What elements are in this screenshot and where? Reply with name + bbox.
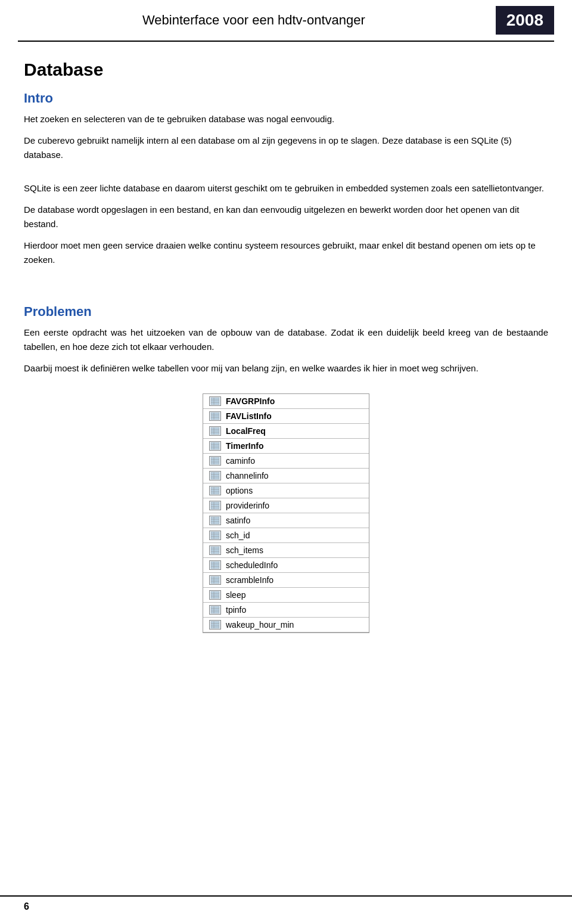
intro-para-1: Het zoeken en selecteren van de te gebru… xyxy=(24,112,548,126)
db-table-name: tpinfo xyxy=(226,605,246,615)
svg-rect-56 xyxy=(211,606,219,613)
subsection-problemen-title: Problemen xyxy=(24,304,548,320)
db-table: FAVGRPInfo FAVListInfo LocalFreq TimerIn… xyxy=(203,393,369,633)
table-icon xyxy=(209,545,221,555)
table-icon xyxy=(209,426,221,436)
subsection-intro-title: Intro xyxy=(24,91,548,106)
svg-rect-12 xyxy=(211,442,219,449)
table-icon xyxy=(209,560,221,570)
db-table-row: TimerInfo xyxy=(203,439,369,454)
table-icon xyxy=(209,471,221,480)
svg-rect-32 xyxy=(211,517,219,524)
db-table-row: wakeup_hour_min xyxy=(203,618,369,632)
db-table-row: satinfo xyxy=(203,513,369,528)
footer-page-number: 6 xyxy=(24,901,29,912)
db-table-row: scheduledInfo xyxy=(203,558,369,573)
table-icon xyxy=(209,575,221,585)
db-table-row: providerinfo xyxy=(203,498,369,513)
svg-rect-40 xyxy=(211,547,219,554)
db-table-row: sch_id xyxy=(203,528,369,543)
svg-rect-60 xyxy=(211,621,219,628)
db-table-row: FAVGRPInfo xyxy=(203,394,369,409)
svg-rect-20 xyxy=(211,472,219,479)
section-title: Database xyxy=(24,60,548,80)
svg-rect-16 xyxy=(211,457,219,464)
svg-rect-28 xyxy=(211,502,219,509)
table-icon xyxy=(209,605,221,615)
db-table-name: scheduledInfo xyxy=(226,560,278,570)
db-table-name: caminfo xyxy=(226,456,255,466)
intro-para-4: De database wordt opgeslagen in een best… xyxy=(24,203,548,231)
page-content: Database Intro Het zoeken en selecteren … xyxy=(0,42,572,663)
svg-rect-0 xyxy=(211,398,219,405)
svg-rect-48 xyxy=(211,576,219,584)
db-table-name: satinfo xyxy=(226,516,250,525)
db-table-name: FAVGRPInfo xyxy=(226,396,275,406)
intro-para-2: De cuberevo gebruikt namelijk intern al … xyxy=(24,134,548,162)
db-tables-container: FAVGRPInfo FAVListInfo LocalFreq TimerIn… xyxy=(24,393,548,633)
table-icon xyxy=(209,531,221,540)
db-table-row: channelinfo xyxy=(203,469,369,483)
header-year: 2008 xyxy=(496,6,554,35)
db-table-name: TimerInfo xyxy=(226,441,264,451)
table-icon xyxy=(209,486,221,495)
db-table-name: channelinfo xyxy=(226,471,269,480)
db-table-row: scrambleInfo xyxy=(203,573,369,588)
table-icon xyxy=(209,501,221,510)
db-table-name: scrambleInfo xyxy=(226,575,273,585)
db-table-row: sleep xyxy=(203,588,369,603)
svg-rect-52 xyxy=(211,591,219,599)
table-icon xyxy=(209,396,221,406)
db-table-name: wakeup_hour_min xyxy=(226,620,294,630)
table-icon xyxy=(209,590,221,600)
table-icon xyxy=(209,441,221,451)
db-table-name: sch_items xyxy=(226,545,263,555)
db-table-name: options xyxy=(226,486,253,495)
db-table-row: FAVListInfo xyxy=(203,409,369,424)
table-icon xyxy=(209,456,221,466)
db-table-row: options xyxy=(203,483,369,498)
intro-para-5: Hierdoor moet men geen service draaien w… xyxy=(24,238,548,267)
problemen-para-1: Een eerste opdracht was het uitzoeken va… xyxy=(24,325,548,354)
db-table-name: FAVListInfo xyxy=(226,411,272,421)
svg-rect-44 xyxy=(211,562,219,569)
svg-rect-4 xyxy=(211,413,219,420)
svg-rect-24 xyxy=(211,487,219,494)
db-table-name: sch_id xyxy=(226,531,250,540)
table-icon xyxy=(209,411,221,421)
table-icon xyxy=(209,620,221,630)
db-table-name: LocalFreq xyxy=(226,426,266,436)
intro-para-3: SQLite is een zeer lichte database en da… xyxy=(24,181,548,196)
db-table-row: caminfo xyxy=(203,454,369,469)
db-table-row: sch_items xyxy=(203,543,369,558)
db-table-row: LocalFreq xyxy=(203,424,369,439)
table-icon xyxy=(209,516,221,525)
page-footer: 6 xyxy=(0,895,572,912)
problemen-para-2: Daarbij moest ik definiëren welke tabell… xyxy=(24,361,548,376)
db-table-name: providerinfo xyxy=(226,501,269,510)
page-header: Webinterface voor een hdtv-ontvanger 200… xyxy=(18,0,554,42)
db-table-name: sleep xyxy=(226,590,245,600)
db-table-row: tpinfo xyxy=(203,603,369,618)
svg-rect-8 xyxy=(211,427,219,435)
header-title: Webinterface voor een hdtv-ontvanger xyxy=(18,6,496,35)
svg-rect-36 xyxy=(211,532,219,539)
